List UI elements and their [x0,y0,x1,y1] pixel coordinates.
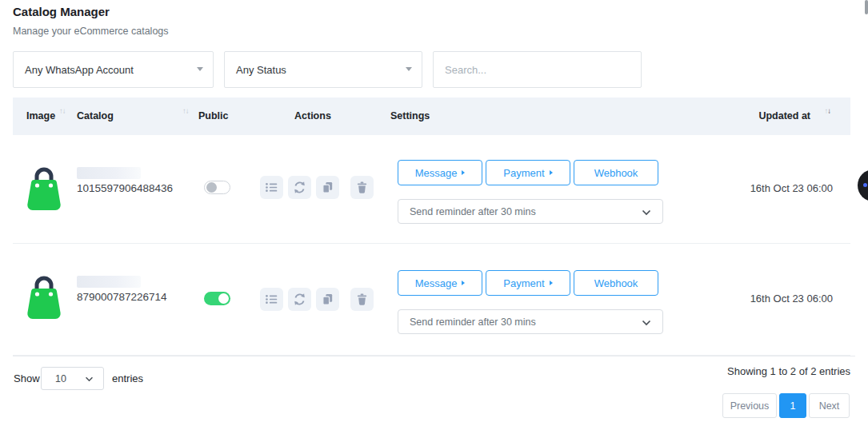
page-size-value: 10 [55,373,66,384]
list-icon [265,293,278,306]
updated-at: 16th Oct 23 06:00 [750,293,833,305]
trash-icon [355,181,369,194]
whatsapp-account-dropdown[interactable]: Any WhatsApp Account [13,51,214,88]
caret-down-icon [197,67,203,71]
sort-icon-active[interactable]: ↑↓ [825,106,831,115]
refresh-icon [293,293,306,306]
chevron-down-icon [642,209,651,216]
table-row: 1015597906488436 [13,135,850,244]
shopping-bag-icon [24,271,64,321]
delete-button[interactable] [350,288,374,311]
search-input[interactable] [433,51,642,88]
footer-divider [13,356,855,356]
shopping-bag-icon [24,162,64,212]
sort-icon[interactable]: ↑↓ [182,106,189,115]
duplicate-button[interactable] [316,288,339,311]
copy-icon [321,293,334,306]
row-actions [260,288,378,311]
message-button[interactable]: Message [398,270,482,296]
column-header-image[interactable]: Image [26,110,55,121]
page-size-select[interactable]: 10 [41,367,104,390]
submenu-caret-icon [462,281,465,285]
payment-button[interactable]: Payment [486,270,570,296]
catalog-name-redacted [77,276,141,288]
status-dropdown-value: Any Status [236,64,286,76]
reminder-select-value: Send reminder after 30 mins [410,206,536,217]
next-page-button[interactable]: Next [809,393,850,418]
previous-page-button[interactable]: Previous [722,393,777,418]
column-header-public[interactable]: Public [198,110,229,121]
row-actions [260,176,378,199]
submenu-caret-icon [462,170,465,175]
catalog-manager-page: Catalog Manager Manage your eCommerce ca… [0,0,868,430]
list-items-button[interactable] [260,176,283,199]
catalog-id: 879000787226714 [77,291,167,303]
payment-button[interactable]: Payment [486,160,570,185]
floating-widget-button[interactable] [858,169,868,201]
scrollbar-thumb[interactable] [865,0,868,14]
duplicate-button[interactable] [316,176,339,199]
message-button[interactable]: Message [398,160,482,185]
public-toggle[interactable] [204,292,230,305]
toggle-knob [218,293,229,304]
refresh-icon [293,181,306,194]
webhook-button[interactable]: Webhook [574,160,658,185]
caret-down-icon [406,67,412,71]
catalog-id: 1015597906488436 [77,182,173,194]
toggle-knob [206,182,217,193]
sync-button[interactable] [288,288,311,311]
trash-icon [355,293,369,306]
widget-dot-icon [863,183,867,187]
column-header-actions[interactable]: Actions [294,110,331,121]
reminder-select[interactable]: Send reminder after 30 mins [398,309,663,334]
page-subtitle: Manage your eCommerce catalogs [13,26,169,37]
reminder-select-value: Send reminder after 30 mins [410,317,536,328]
updated-at: 16th Oct 23 06:00 [750,182,833,194]
list-items-button[interactable] [260,288,283,311]
submenu-caret-icon [550,170,553,175]
settings-buttons: Message Payment Webhook [398,270,658,296]
chevron-down-icon [642,320,651,326]
catalog-name-redacted [77,167,141,179]
column-header-settings[interactable]: Settings [390,110,430,121]
sort-icon[interactable]: ↑↓ [59,106,66,115]
show-label: Show [14,372,40,384]
table-header: Image ↑↓ Catalog ↑↓ Public Actions Setti… [13,98,850,135]
public-toggle[interactable] [204,181,230,194]
copy-icon [321,181,334,194]
reminder-select[interactable]: Send reminder after 30 mins [398,199,663,224]
sync-button[interactable] [288,176,311,199]
column-header-updated-at[interactable]: Updated at [758,110,810,121]
status-dropdown[interactable]: Any Status [224,51,422,88]
page-title: Catalog Manager [13,5,110,18]
settings-buttons: Message Payment Webhook [398,160,658,185]
chevron-down-icon [85,376,94,382]
current-page-button[interactable]: 1 [779,393,806,418]
whatsapp-account-dropdown-value: Any WhatsApp Account [25,64,134,76]
submenu-caret-icon [550,281,553,285]
list-icon [265,181,278,194]
webhook-button[interactable]: Webhook [574,270,658,296]
column-header-catalog[interactable]: Catalog [77,110,114,121]
entries-label: entries [112,372,143,384]
delete-button[interactable] [350,176,374,199]
showing-entries-text: Showing 1 to 2 of 2 entries [727,365,850,377]
table-row: 879000787226714 [13,244,850,356]
